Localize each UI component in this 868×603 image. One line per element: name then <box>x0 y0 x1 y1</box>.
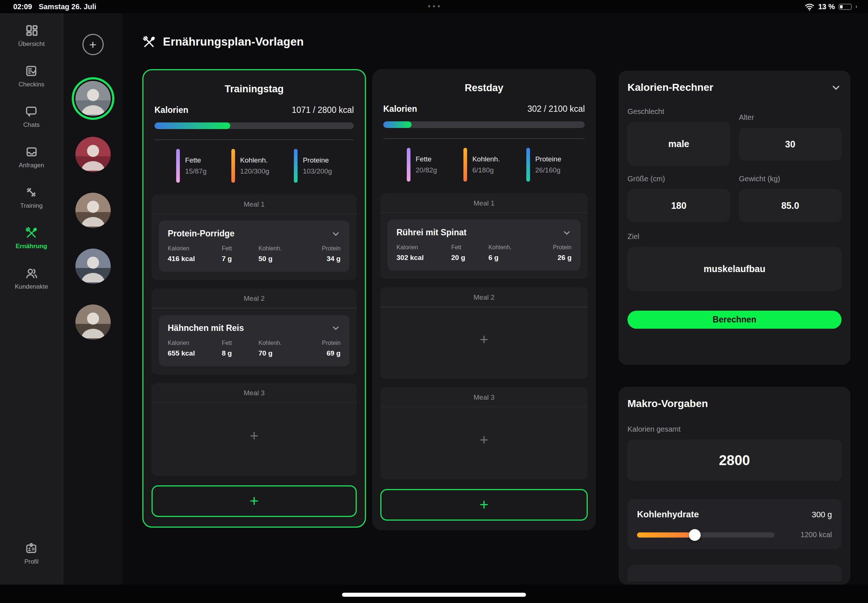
panel-header: Makro-Vorgaben <box>627 398 842 410</box>
plus-icon: + <box>480 432 488 448</box>
calorie-row: Kalorien 1071 / 2800 kcal <box>155 105 354 115</box>
macro-kohlenhydrate: Kohlenh. 120/300g <box>231 149 269 183</box>
macro-value: 15/87g <box>185 167 206 175</box>
empty-meal-slot[interactable]: + <box>152 403 357 469</box>
wifi-icon <box>805 2 814 11</box>
meal-stats: Kalorien655 kcal Fett8 g Kohlenh.70 g Pr… <box>168 340 340 357</box>
meal-slot-1: Meal 1 Rührei mit Spinat Kalorien302 kca… <box>380 193 588 279</box>
client-avatar[interactable] <box>76 249 111 284</box>
meal-item[interactable]: Rührei mit Spinat Kalorien302 kcal Fett2… <box>388 220 580 271</box>
calorie-row: Kalorien 302 / 2100 kcal <box>383 104 585 114</box>
calorie-value: 302 / 2100 kcal <box>528 104 585 114</box>
client-avatar[interactable] <box>76 193 111 228</box>
plan-card-trainingstag[interactable]: Trainingstag Kalorien 1071 / 2800 kcal F… <box>142 69 366 527</box>
plan-title: Restday <box>380 82 588 94</box>
berechnen-button[interactable]: Berechnen <box>627 311 842 329</box>
sidebar-item-checkins[interactable]: Checkins <box>19 65 45 88</box>
plus-icon: + <box>480 496 489 514</box>
stat-value: 302 kcal <box>396 254 451 262</box>
field-label: Alter <box>739 113 842 122</box>
sidebar-item-label: Profil <box>24 558 39 566</box>
panel-header: Kalorien-Rechner <box>627 82 842 93</box>
macro-value: 20/82g <box>416 166 437 174</box>
gewicht-input[interactable]: 85.0 <box>739 189 842 222</box>
client-avatar-selected[interactable] <box>76 81 111 116</box>
sidebar-item-label: Training <box>20 202 43 210</box>
stat-label: Kalorien <box>396 244 451 251</box>
add-meal-button[interactable]: + <box>380 489 588 521</box>
macro-value: 120/300g <box>240 167 269 175</box>
client-avatar[interactable] <box>76 137 111 172</box>
stat-label: Fett <box>451 244 489 251</box>
sidebar-item-uebersicht[interactable]: Übersicht <box>19 24 45 48</box>
groesse-input[interactable]: 180 <box>627 189 730 222</box>
meal-name: Protein-Porridge <box>168 229 234 239</box>
divider <box>380 212 588 213</box>
app-screen: 02:09 Samstag 26. Juli 13 % Übersicht Ch… <box>0 0 868 603</box>
sidebar-item-kundenakte[interactable]: Kundenakte <box>15 267 48 291</box>
kohlenhydrate-pill <box>463 148 467 182</box>
total-calories-input[interactable]: 2800 <box>627 439 842 481</box>
empty-meal-slot[interactable]: + <box>380 407 588 473</box>
stat-label: Kalorien <box>168 245 222 252</box>
meal-slot-3: Meal 3 + <box>380 388 588 480</box>
stat-label: Kohlenh. <box>258 245 304 252</box>
macro-fette: Fette 15/87g <box>176 149 206 183</box>
date: Samstag 26. Juli <box>39 3 96 11</box>
kohlenhydrate-slider-card: Kohlenhydrate 300 g 1200 kcal <box>627 499 842 549</box>
chevron-down-icon[interactable] <box>331 323 340 333</box>
client-avatar[interactable] <box>76 305 111 340</box>
macro-label: Fette <box>416 155 437 163</box>
panel-title: Makro-Vorgaben <box>627 398 708 410</box>
macro-proteine: Proteine 103/200g <box>294 149 332 183</box>
alter-input[interactable]: 30 <box>739 128 842 161</box>
plus-icon: + <box>90 38 97 51</box>
dumbbell-icon <box>25 186 37 199</box>
ziel-select[interactable]: muskelaufbau <box>627 247 842 291</box>
meal-slot-title: Meal 2 <box>380 288 588 307</box>
geschlecht-select[interactable]: male <box>627 122 730 166</box>
plan-card-restday[interactable]: Restday Kalorien 302 / 2100 kcal Fette 2… <box>372 69 596 530</box>
macro-value: 103/200g <box>303 167 332 175</box>
sidebar-item-ernaehrung[interactable]: Ernährung <box>16 226 48 250</box>
chevron-down-icon[interactable] <box>831 82 842 93</box>
sidebar-item-anfragen[interactable]: Anfragen <box>19 145 44 169</box>
macro-label: Kohlenh. <box>240 156 269 164</box>
calorie-label: Kalorien <box>155 105 188 115</box>
slider-knob[interactable] <box>689 529 701 541</box>
multitask-dots-icon[interactable] <box>428 5 440 7</box>
sidebar-item-training[interactable]: Training <box>20 186 43 210</box>
sidebar-item-label: Ernährung <box>16 243 48 250</box>
field-label: Größe (cm) <box>627 175 730 183</box>
field-label: Geschlecht <box>627 107 730 116</box>
nav-sidebar: Übersicht Checkins Chats Anfragen Traini… <box>0 13 63 584</box>
fette-pill <box>407 148 410 182</box>
chevron-down-icon[interactable] <box>562 228 572 238</box>
meal-item[interactable]: Hähnchen mit Reis Kalorien655 kcal Fett8… <box>159 315 350 366</box>
stat-value: 50 g <box>258 255 304 263</box>
utensils-icon <box>25 226 37 239</box>
meal-slot-title: Meal 2 <box>152 289 357 308</box>
slider-kcal: 1200 kcal <box>784 530 832 539</box>
empty-meal-slot[interactable]: + <box>380 308 588 372</box>
stat-label: Kohlenh. <box>489 244 534 251</box>
add-client-button[interactable]: + <box>82 34 104 55</box>
dashboard-grid-icon <box>25 24 38 37</box>
meal-stats: Kalorien302 kcal Fett20 g Kohlenh.6 g Pr… <box>396 244 572 262</box>
bottom-bar <box>0 584 868 603</box>
kohlenhydrate-pill <box>231 149 235 183</box>
stat-value: 7 g <box>222 255 258 263</box>
field-label: Gewicht (kg) <box>739 175 842 183</box>
kohlenhydrate-slider[interactable] <box>637 532 775 538</box>
chevron-down-icon[interactable] <box>331 229 340 239</box>
home-indicator[interactable] <box>342 593 526 597</box>
stat-value: 69 g <box>304 349 340 357</box>
meal-item[interactable]: Protein-Porridge Kalorien416 kcal Fett7 … <box>159 221 350 272</box>
sidebar-item-profil[interactable]: Profil <box>24 542 39 566</box>
sidebar-item-chats[interactable]: Chats <box>23 105 39 129</box>
clock: 02:09 <box>13 3 32 11</box>
add-meal-button[interactable]: + <box>152 485 357 517</box>
stat-value: 34 g <box>304 255 340 263</box>
calorie-calculator-panel: Kalorien-Rechner Geschlecht male Alter 3… <box>619 71 850 365</box>
divider <box>152 308 357 308</box>
